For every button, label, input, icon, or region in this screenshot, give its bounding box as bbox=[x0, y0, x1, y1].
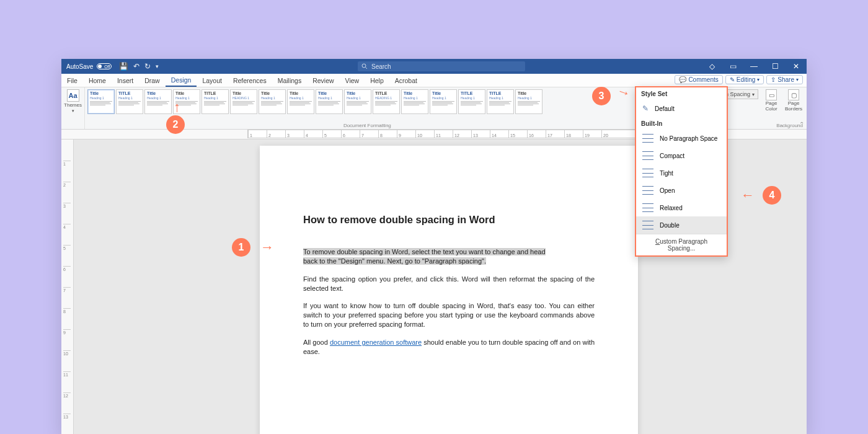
dd-item-tight[interactable]: Tight bbox=[636, 164, 727, 182]
chevron-down-icon: ▾ bbox=[796, 77, 799, 82]
tab-mailings[interactable]: Mailings bbox=[272, 74, 308, 87]
search-box[interactable]: Search bbox=[358, 61, 525, 71]
style-thumb[interactable]: TitleHeading 1 bbox=[515, 89, 542, 114]
page-borders-button[interactable]: ▢ Page Borders bbox=[784, 89, 803, 112]
tab-help[interactable]: Help bbox=[365, 74, 389, 87]
style-gallery[interactable]: TitleHeading 1TITLEHeading 1TitleHeading… bbox=[87, 89, 542, 118]
style-thumb[interactable]: TitleHeading 1 bbox=[430, 89, 457, 114]
minimize-icon[interactable]: — bbox=[743, 59, 764, 74]
dd-item-label: Compact bbox=[660, 153, 684, 159]
style-thumb[interactable]: TitleHeading 1 bbox=[259, 89, 286, 114]
quick-access-toolbar: 💾 ↶ ↻ ▾ bbox=[117, 62, 159, 71]
autosave-group: AutoSave Off bbox=[61, 63, 117, 70]
title-bar: AutoSave Off 💾 ↶ ↻ ▾ Document1 - Word Se… bbox=[61, 59, 807, 74]
arrow-up-icon: ↑ bbox=[174, 99, 180, 115]
autosave-toggle[interactable]: Off bbox=[97, 63, 112, 69]
document-page[interactable]: How to remove double spacing in Word To … bbox=[260, 146, 638, 434]
close-icon[interactable]: ✕ bbox=[786, 59, 807, 74]
spacing-icon bbox=[642, 169, 653, 177]
share-icon: ⇪ bbox=[771, 76, 776, 83]
dd-item-compact[interactable]: Compact bbox=[636, 147, 727, 164]
style-thumb[interactable]: TitleHEADING 1 bbox=[230, 89, 257, 114]
callout-1: 1 bbox=[232, 238, 250, 257]
pencil-icon: ✎ bbox=[730, 76, 735, 83]
dd-builtin-header: Built-In bbox=[636, 117, 727, 130]
callout-2: 2 bbox=[166, 115, 185, 134]
vertical-ruler[interactable]: 1234567891011121314 bbox=[61, 140, 74, 434]
diamond-icon[interactable]: ◇ bbox=[701, 59, 722, 74]
highlighted-line-2: back to the "Design" menu. Next, go to "… bbox=[303, 257, 486, 265]
tab-references[interactable]: References bbox=[228, 74, 272, 87]
comment-icon: 💬 bbox=[679, 76, 686, 83]
tab-design[interactable]: Design bbox=[166, 74, 197, 87]
dd-item-label: Double bbox=[660, 222, 680, 229]
dd-default-label: Default bbox=[655, 105, 675, 112]
page-color-button[interactable]: ▭ Page Color bbox=[762, 89, 781, 112]
maximize-icon[interactable]: ☐ bbox=[764, 59, 786, 74]
style-thumb[interactable]: TitleHeading 1 bbox=[401, 89, 428, 114]
page-borders-label: Page Borders bbox=[784, 101, 803, 112]
style-thumb[interactable]: TITLEHeading 1 bbox=[487, 89, 514, 114]
tab-view[interactable]: View bbox=[340, 74, 365, 87]
horizontal-ruler[interactable]: 1234567891011121314151617181920 bbox=[247, 130, 701, 138]
paragraph-4[interactable]: All good document generation software sh… bbox=[303, 338, 595, 356]
save-icon[interactable]: 💾 bbox=[119, 62, 128, 71]
svg-line-1 bbox=[366, 68, 368, 69]
tab-layout[interactable]: Layout bbox=[197, 74, 228, 87]
tab-insert[interactable]: Insert bbox=[112, 74, 139, 87]
style-thumb[interactable]: TITLEHEADING 1 bbox=[373, 89, 400, 114]
editing-label: Editing bbox=[737, 76, 756, 83]
dd-item-open[interactable]: Open bbox=[636, 182, 727, 199]
tab-acrobat[interactable]: Acrobat bbox=[389, 74, 423, 87]
document-body[interactable]: To remove double spacing in Word, select… bbox=[303, 247, 595, 356]
dd-item-no-paragraph-space[interactable]: No Paragraph Space bbox=[636, 130, 727, 147]
share-label: Share bbox=[777, 76, 794, 83]
spacing-icon bbox=[642, 221, 653, 229]
dd-item-relaxed[interactable]: Relaxed bbox=[636, 199, 727, 216]
dd-item-default[interactable]: ✎ Default bbox=[636, 100, 727, 117]
style-thumb[interactable]: TitleHeading 1 bbox=[144, 89, 172, 114]
search-icon bbox=[361, 63, 368, 69]
chevron-down-icon: ▾ bbox=[752, 92, 755, 97]
document-heading[interactable]: How to remove double spacing in Word bbox=[303, 214, 595, 226]
themes-group: Aa Themes ▾ bbox=[61, 87, 85, 129]
tab-file[interactable]: File bbox=[61, 74, 83, 87]
brush-icon: ✎ bbox=[642, 104, 649, 113]
ribbon-display-icon[interactable]: ▭ bbox=[722, 59, 743, 74]
style-thumb[interactable]: TITLEHeading 1 bbox=[458, 89, 485, 114]
tab-home[interactable]: Home bbox=[83, 74, 112, 87]
svg-point-0 bbox=[362, 64, 366, 68]
qat-more-icon[interactable]: ▾ bbox=[156, 63, 159, 69]
paragraph-3[interactable]: If you want to know how to turn off doub… bbox=[303, 301, 595, 329]
tab-draw[interactable]: Draw bbox=[139, 74, 166, 87]
style-thumb[interactable]: TitleHeading 1 bbox=[316, 89, 343, 114]
undo-icon[interactable]: ↶ bbox=[133, 62, 140, 71]
doc-link[interactable]: document generation software bbox=[330, 339, 422, 346]
dd-custom-spacing[interactable]: Custom Paragraph Spacing... bbox=[636, 234, 727, 255]
paragraph-1[interactable]: To remove double spacing in Word, select… bbox=[303, 247, 595, 266]
style-thumb[interactable]: TITLEHeading 1 bbox=[202, 89, 229, 114]
style-thumb[interactable]: TITLEHeading 1 bbox=[116, 89, 143, 114]
arrow-left-icon: ← bbox=[741, 187, 755, 203]
spacing-icon bbox=[642, 203, 653, 212]
dd-item-double[interactable]: Double bbox=[636, 216, 727, 234]
style-thumb[interactable]: TitleHeading 1 bbox=[287, 89, 314, 114]
themes-button[interactable]: Aa Themes ▾ bbox=[64, 89, 82, 113]
editing-button[interactable]: ✎ Editing ▾ bbox=[725, 75, 764, 84]
tab-review[interactable]: Review bbox=[307, 74, 339, 87]
collapse-ribbon-icon[interactable]: ⌃ bbox=[799, 121, 804, 128]
style-thumb[interactable]: TitleHeading 1 bbox=[87, 89, 115, 114]
paragraph-spacing-dropdown[interactable]: Style Set ✎ Default Built-In No Paragrap… bbox=[635, 86, 728, 257]
callout-3: 3 bbox=[592, 87, 611, 105]
redo-icon[interactable]: ↻ bbox=[144, 62, 151, 71]
p4-text-a: All good bbox=[303, 339, 330, 346]
paragraph-2[interactable]: Find the spacing option you prefer, and … bbox=[303, 275, 595, 293]
dd-item-label: No Paragraph Space bbox=[660, 135, 717, 142]
comments-button[interactable]: 💬 Comments bbox=[675, 75, 722, 84]
highlighted-line-1: To remove double spacing in Word, select… bbox=[303, 248, 546, 255]
style-thumb[interactable]: TitleHeading 1 bbox=[344, 89, 371, 114]
themes-label: Themes bbox=[64, 102, 82, 108]
share-button[interactable]: ⇪ Share ▾ bbox=[766, 75, 803, 84]
ribbon-tabs: File Home Insert Draw Design Layout Refe… bbox=[61, 74, 807, 87]
autosave-label: AutoSave bbox=[66, 63, 93, 70]
